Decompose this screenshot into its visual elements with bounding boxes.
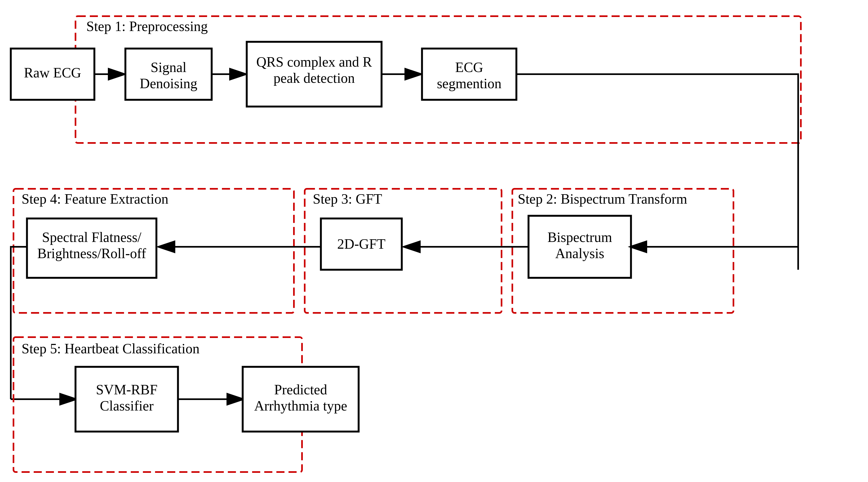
signal-denoising-text1: Signal: [151, 60, 187, 75]
diagram-container: Step 1: Preprocessing Raw ECG Signal Den…: [0, 0, 868, 482]
step1-label: Step 1: Preprocessing: [86, 19, 208, 34]
qrs-text1: QRS complex and R: [256, 54, 372, 69]
bispectrum-text1: Bispectrum: [548, 230, 612, 245]
step3-label: Step 3: GFT: [313, 191, 382, 207]
step4-label: Step 4: Feature Extraction: [22, 191, 168, 207]
svm-text1: SVM-RBF: [96, 382, 157, 397]
ecg-seg-text2: segmention: [437, 76, 501, 91]
qrs-text2: peak detection: [273, 70, 355, 86]
signal-denoising-text2: Denoising: [140, 76, 197, 91]
step2-label: Step 2: Bispectrum Transform: [518, 191, 687, 207]
step5-label: Step 5: Heartbeat Classification: [22, 341, 199, 356]
spectral-text1: Spectral Flatness/: [42, 230, 142, 245]
arrhythmia-text1: Predicted: [274, 382, 327, 397]
arrhythmia-text2: Arrhythmia type: [254, 398, 347, 414]
2d-gft-text: 2D-GFT: [337, 236, 385, 252]
spectral-text2: Brightness/Roll-off: [37, 246, 146, 261]
raw-ecg-text: Raw ECG: [24, 65, 81, 80]
bispectrum-text2: Analysis: [555, 246, 604, 261]
svm-text2: Classifier: [100, 398, 153, 414]
ecg-seg-text1: ECG: [455, 60, 483, 75]
